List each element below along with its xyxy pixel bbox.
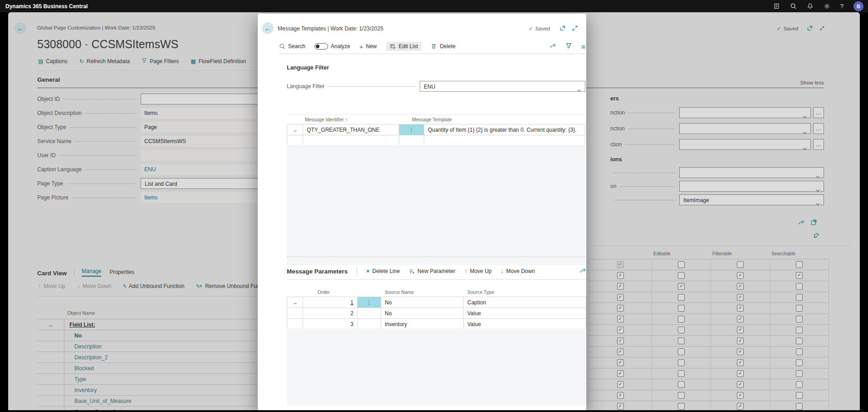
dialog-toolbar: Search Analyze +New Edit List Delete ≡ (279, 42, 585, 51)
source-name-column-header[interactable]: Source Name (385, 289, 414, 295)
filter-icon[interactable] (565, 42, 572, 50)
edit-list-icon (390, 43, 396, 50)
fasttab-separator[interactable] (287, 257, 585, 257)
avatar[interactable]: B (853, 1, 863, 11)
source-name-cell[interactable]: Inventory (381, 319, 464, 329)
order-cell[interactable]: 2 (303, 308, 358, 318)
language-filter-field: Language Filter ENU (287, 81, 585, 92)
table-row[interactable]: → 1 ⋮ No Caption (287, 297, 586, 308)
popout-icon[interactable] (559, 25, 566, 32)
order-cell[interactable]: 3 (303, 319, 358, 329)
divider (287, 279, 586, 280)
dialog-title: Message Templates | Work Date: 1/23/2025 (278, 25, 383, 32)
settings-gear-icon[interactable] (824, 3, 830, 10)
toggle-switch-icon (314, 43, 328, 50)
divider (287, 114, 585, 115)
divider (279, 54, 585, 54)
analyze-toggle[interactable]: Analyze (314, 43, 350, 50)
source-type-column-header[interactable]: Source Type (467, 289, 494, 295)
app-title: Dynamics 365 Business Central (5, 3, 88, 10)
arrow-up-icon: ↑ (464, 268, 467, 274)
list-menu-icon[interactable]: ≡ (581, 43, 585, 50)
source-type-cell[interactable]: Caption (464, 297, 586, 308)
screen: Dynamics 365 Business Central ? B ← Glob… (0, 0, 868, 412)
order-cell[interactable]: 1 (303, 297, 358, 308)
empty-grid-area (287, 145, 585, 265)
source-type-cell[interactable]: Value (464, 308, 586, 318)
app-top-bar: Dynamics 365 Business Central ? B (0, 0, 868, 12)
chevron-down-icon (577, 85, 582, 96)
message-template-cell[interactable] (424, 135, 585, 146)
frame-edge (860, 12, 868, 412)
feedback-icon[interactable] (773, 3, 780, 10)
topbar-icons: ? B (773, 1, 863, 11)
message-identifier-cell[interactable]: QTY_GREATER_THAN_ONE (303, 124, 399, 135)
edit-list-button[interactable]: Edit List (386, 42, 422, 51)
search-button[interactable]: Search (279, 43, 305, 50)
source-name-cell[interactable]: No (381, 297, 464, 308)
dialog-saved-indicator: ✓Saved (529, 25, 578, 32)
delete-button[interactable]: Delete (431, 43, 456, 50)
arrow-down-icon: ↓ (500, 268, 503, 274)
row-indicator-icon: → (292, 127, 298, 133)
expand-icon[interactable] (572, 25, 578, 32)
row-menu-cell[interactable] (399, 135, 424, 146)
check-icon: ✓ (529, 25, 533, 32)
new-parameter-icon (409, 268, 415, 274)
message-identifier-cell[interactable] (303, 135, 399, 146)
share-icon[interactable] (549, 42, 556, 50)
trash-icon (431, 43, 437, 50)
source-name-cell[interactable]: No (381, 308, 464, 318)
row-menu-cell[interactable]: ⋮ (399, 124, 424, 135)
message-templates-dialog: ← Message Templates | Work Date: 1/23/20… (258, 14, 586, 412)
param-move-up-button[interactable]: ↑Move Up (464, 268, 491, 274)
search-icon (279, 43, 285, 50)
table-row[interactable]: → QTY_GREATER_THAN_ONE ⋮ Quantity of Ite… (287, 124, 585, 135)
new-button[interactable]: +New (359, 43, 377, 50)
message-parameters-table: → 1 ⋮ No Caption 2 No Value 3 Inventory … (287, 297, 586, 330)
language-filter-dropdown[interactable]: ENU (420, 81, 585, 92)
message-template-column-header[interactable]: Message Template (412, 117, 452, 122)
source-type-cell[interactable]: Value (464, 319, 586, 329)
share-icon[interactable] (579, 267, 586, 275)
kebab-menu-icon: ⋮ (367, 299, 372, 306)
plus-icon: + (359, 43, 363, 50)
search-icon[interactable] (790, 3, 797, 10)
help-icon[interactable]: ? (840, 3, 843, 10)
frame-edge (0, 12, 8, 412)
language-filter-section: Language Filter (287, 65, 329, 71)
message-parameters-heading[interactable]: Message Parameters (287, 268, 348, 275)
table-row[interactable]: 2 No Value (287, 308, 586, 319)
param-move-down-button[interactable]: ↓Move Down (500, 268, 535, 274)
dialog-back-button[interactable]: ← (262, 22, 274, 34)
message-identifier-column-header[interactable]: Message Identifier ↑ (305, 117, 348, 122)
message-templates-table: → QTY_GREATER_THAN_ONE ⋮ Quantity of Ite… (287, 124, 585, 146)
row-menu-cell[interactable] (358, 319, 381, 329)
delete-line-icon: × (366, 268, 369, 274)
new-parameter-button[interactable]: New Parameter (409, 268, 455, 274)
delete-line-button[interactable]: ×Delete Line (366, 268, 400, 274)
row-indicator-icon: → (292, 299, 298, 306)
divider (357, 268, 357, 275)
kebab-menu-icon: ⋮ (409, 127, 414, 133)
notifications-icon[interactable] (807, 3, 814, 10)
empty-grid-area (287, 328, 586, 406)
message-template-cell[interactable]: Quantity of Item {1} {2} is greater than… (424, 124, 585, 135)
row-menu-cell[interactable]: ⋮ (358, 297, 381, 308)
order-column-header[interactable]: Order (318, 289, 330, 295)
message-parameters-toolbar: Message Parameters ×Delete Line New Para… (287, 267, 586, 275)
row-menu-cell[interactable] (358, 308, 381, 318)
frame-edge (0, 410, 868, 412)
